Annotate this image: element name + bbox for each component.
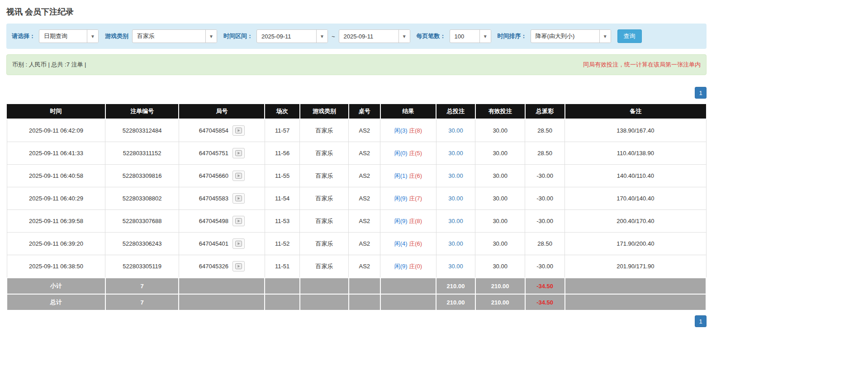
query-type-group: 请选择： 日期查询 ▼: [12, 29, 99, 43]
chevron-down-icon[interactable]: ▼: [479, 30, 491, 43]
remark-cell: 201.90/171.90: [565, 255, 706, 278]
total-row-cell: [565, 294, 706, 310]
summary-bar: 币别 : 人民币 | 总共 :7 注单 | 同局有效投注，统一计算在该局第一张注…: [6, 54, 707, 75]
date-range-separator: ~: [332, 33, 335, 40]
summary-note: 同局有效投注，统一计算在该局第一张注单内: [583, 61, 701, 69]
valid-bet-cell: 30.00: [475, 210, 525, 233]
page-1-button[interactable]: 1: [695, 87, 707, 99]
query-type-select[interactable]: 日期查询 ▼: [39, 29, 99, 43]
chevron-down-icon[interactable]: ▼: [316, 30, 327, 43]
column-header: 结果: [380, 104, 436, 119]
total-bet-link[interactable]: 30.00: [448, 150, 463, 157]
subtotal-row-cell: 小计: [7, 278, 105, 294]
date-to-select[interactable]: 2025-09-11 ▼: [339, 29, 410, 43]
result-player: 闲(9): [394, 195, 408, 202]
sort-label: 时间排序：: [498, 32, 527, 40]
round-replay-icon[interactable]: [232, 193, 245, 204]
round-replay-icon[interactable]: [232, 216, 245, 226]
subtotal-row-cell: 7: [105, 278, 179, 294]
valid-bet-cell: 30.00: [475, 233, 525, 255]
game-type-select[interactable]: 百家乐 ▼: [132, 29, 217, 43]
game-type-cell: 百家乐: [300, 233, 349, 255]
time-cell: 2025-09-11 06:42:09: [7, 119, 105, 142]
total-bet-link[interactable]: 30.00: [448, 172, 463, 179]
column-header: 有效投注: [475, 104, 525, 119]
page-size-select[interactable]: 100 ▼: [450, 29, 491, 43]
round-replay-icon[interactable]: [232, 261, 245, 271]
total-row-cell: 7: [105, 294, 179, 310]
bet-id-cell: 522803311152: [105, 142, 179, 165]
total-row: 总计7210.00210.00-34.50: [7, 294, 706, 310]
search-button[interactable]: 查询: [617, 29, 642, 43]
session-cell: 11-54: [265, 187, 299, 210]
chevron-down-icon[interactable]: ▼: [398, 30, 410, 43]
round-cell: 647045854: [179, 119, 265, 142]
valid-bet-cell: 30.00: [475, 255, 525, 278]
round-number: 647045401: [199, 240, 228, 247]
session-cell: 11-51: [265, 255, 299, 278]
session-cell: 11-52: [265, 233, 299, 255]
column-header: 备注: [565, 104, 706, 119]
filter-bar: 请选择： 日期查询 ▼ 游戏类别 百家乐 ▼ 时间区间： 2025-09-11 …: [6, 24, 707, 49]
remark-cell: 140.40/110.40: [565, 165, 706, 187]
pagination-top: 1: [6, 87, 707, 99]
page-1-button[interactable]: 1: [695, 315, 707, 327]
result-cell: 闲(0) 庄(5): [380, 142, 436, 165]
result-cell: 闲(3) 庄(8): [380, 119, 436, 142]
column-header: 桌号: [349, 104, 380, 119]
total-row-cell: -34.50: [525, 294, 565, 310]
round-replay-icon[interactable]: [232, 238, 245, 249]
time-cell: 2025-09-11 06:38:50: [7, 255, 105, 278]
total-bet-link[interactable]: 30.00: [448, 263, 463, 270]
remark-cell: 200.40/170.40: [565, 210, 706, 233]
column-header: 时间: [7, 104, 105, 119]
page-size-value: 100: [450, 30, 479, 43]
page-size-group: 每页笔数： 100 ▼: [417, 29, 491, 43]
round-number: 647045498: [199, 218, 228, 224]
valid-bet-cell: 30.00: [475, 165, 525, 187]
time-cell: 2025-09-11 06:39:20: [7, 233, 105, 255]
session-cell: 11-56: [265, 142, 299, 165]
table-header-row: 时间注单编号局号场次游戏类别桌号结果总投注有效投注总派彩备注: [7, 104, 706, 119]
result-banker: 庄(0): [409, 263, 422, 270]
round-replay-icon[interactable]: [232, 148, 245, 158]
bet-id-cell: 522803305119: [105, 255, 179, 278]
table-row: 2025-09-11 06:38:50522803305119647045326…: [7, 255, 706, 278]
game-type-cell: 百家乐: [300, 165, 349, 187]
table-row: 2025-09-11 06:40:58522803309816647045660…: [7, 165, 706, 187]
result-banker: 庄(8): [409, 218, 422, 224]
result-player: 闲(1): [394, 172, 408, 179]
time-cell: 2025-09-11 06:40:58: [7, 165, 105, 187]
chevron-down-icon[interactable]: ▼: [87, 30, 98, 43]
subtotal-row-cell: [265, 278, 299, 294]
round-number: 647045751: [199, 150, 228, 157]
result-banker: 庄(8): [409, 127, 422, 134]
date-to-value: 2025-09-11: [339, 30, 398, 43]
sort-select[interactable]: 降幂(由大到小) ▼: [531, 29, 611, 43]
round-cell: 647045583: [179, 187, 265, 210]
chevron-down-icon[interactable]: ▼: [205, 30, 217, 43]
result-banker: 庄(7): [409, 195, 422, 202]
round-replay-icon[interactable]: [232, 171, 245, 181]
total-bet-link[interactable]: 30.00: [448, 195, 463, 202]
total-bet-link[interactable]: 30.00: [448, 240, 463, 247]
sort-value: 降幂(由大到小): [531, 30, 599, 43]
date-from-value: 2025-09-11: [257, 30, 316, 43]
game-type-group: 游戏类别 百家乐 ▼: [105, 29, 217, 43]
round-replay-icon[interactable]: [232, 125, 245, 136]
payout-cell: -30.00: [525, 210, 565, 233]
bet-id-cell: 522803312484: [105, 119, 179, 142]
total-bet-link[interactable]: 30.00: [448, 218, 463, 224]
result-player: 闲(9): [394, 263, 408, 270]
chevron-down-icon[interactable]: ▼: [599, 30, 611, 43]
subtotal-row-cell: [380, 278, 436, 294]
total-row-cell: [179, 294, 265, 310]
payout-cell: -30.00: [525, 187, 565, 210]
remark-cell: 170.40/140.40: [565, 187, 706, 210]
date-from-select[interactable]: 2025-09-11 ▼: [256, 29, 328, 43]
total-bet-cell: 30.00: [436, 142, 475, 165]
remark-cell: 138.90/167.40: [565, 119, 706, 142]
total-row-cell: [265, 294, 299, 310]
total-bet-link[interactable]: 30.00: [448, 127, 463, 134]
subtotal-row: 小计7210.00210.00-34.50: [7, 278, 706, 294]
